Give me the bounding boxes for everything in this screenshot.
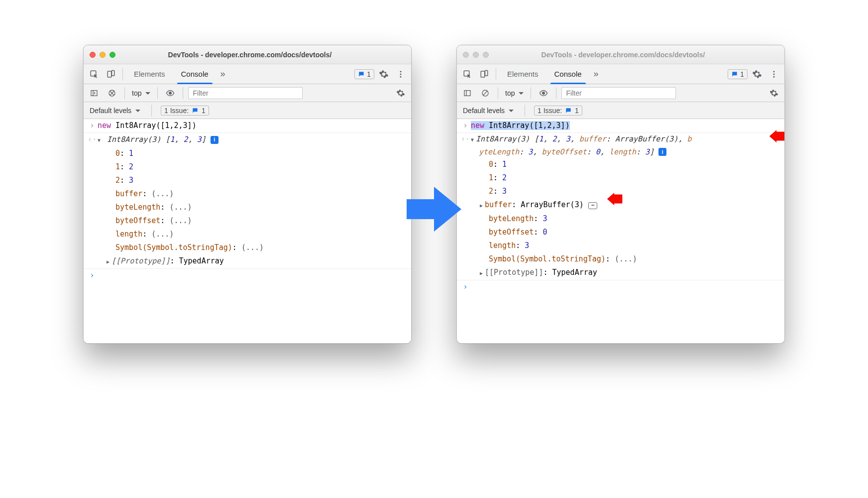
property-row[interactable]: byteLength: 3: [457, 212, 784, 226]
divider: [496, 68, 496, 80]
console-sidebar-toggle-icon[interactable]: [460, 87, 475, 100]
svg-point-12: [773, 71, 775, 72]
titlebar[interactable]: DevTools - developer.chrome.com/docs/dev…: [457, 45, 784, 64]
console-input: new Int8Array([1,2,3]): [98, 119, 408, 132]
clear-console-icon[interactable]: [105, 87, 119, 100]
expand-toggle-icon[interactable]: [98, 135, 101, 144]
execution-context-selector[interactable]: top: [130, 88, 152, 98]
console-output[interactable]: › new Int8Array([1,2,3]) ‹· Int8Array(3)…: [84, 119, 411, 343]
input-marker-icon: ›: [460, 119, 471, 132]
settings-icon[interactable]: [750, 68, 764, 81]
property-row[interactable]: 0: 1: [84, 147, 411, 160]
console-settings-icon[interactable]: [766, 87, 781, 100]
console-output[interactable]: › new Int8Array([1,2,3]) ‹· Int8Array(3)…: [457, 119, 784, 343]
expand-toggle-icon[interactable]: [107, 256, 109, 265]
tab-console[interactable]: Console: [174, 64, 216, 84]
zoom-window-button[interactable]: [483, 52, 489, 58]
property-row[interactable]: byteOffset: (...): [84, 214, 411, 228]
property-row[interactable]: 1: 2: [84, 160, 411, 174]
svg-rect-11: [485, 70, 488, 76]
zoom-window-button[interactable]: [109, 52, 115, 58]
output-marker-icon: ‹·: [460, 133, 471, 158]
tab-elements[interactable]: Elements: [500, 64, 545, 84]
property-row[interactable]: length: (...): [84, 228, 411, 241]
expand-toggle-icon[interactable]: [480, 200, 483, 209]
prototype-row[interactable]: [[Prototype]]: TypedArray: [84, 254, 411, 268]
issues-label: 1 Issue:: [164, 107, 189, 115]
log-levels-selector[interactable]: Default levels: [461, 106, 516, 116]
devtools-window-before: DevTools - developer.chrome.com/docs/dev…: [83, 45, 412, 344]
inspect-element-icon[interactable]: [87, 68, 102, 81]
info-badge-icon[interactable]: i: [658, 148, 666, 156]
issues-count: 1: [202, 107, 206, 115]
live-expression-icon[interactable]: [536, 87, 551, 100]
divider: [124, 87, 125, 99]
divider: [183, 87, 183, 99]
settings-icon[interactable]: [376, 68, 391, 81]
expand-toggle-icon[interactable]: [480, 268, 483, 277]
prompt-marker-icon: ›: [87, 269, 98, 282]
transition-arrow-icon: [407, 184, 461, 234]
property-row[interactable]: 2: 3: [84, 174, 411, 187]
device-toolbar-icon[interactable]: [477, 68, 492, 81]
output-marker-icon: ‹·: [87, 133, 98, 147]
execution-context-selector[interactable]: top: [503, 88, 526, 98]
traffic-lights[interactable]: [463, 52, 489, 58]
console-result-header[interactable]: ‹· Int8Array(3) [1, 2, 3] i: [84, 133, 411, 147]
kebab-menu-icon[interactable]: [766, 68, 781, 81]
filter-input[interactable]: [561, 87, 676, 99]
minimize-window-button[interactable]: [100, 52, 106, 58]
close-window-button[interactable]: [463, 52, 469, 58]
property-row[interactable]: byteOffset: 0: [457, 226, 784, 239]
messages-badge[interactable]: 1: [354, 69, 374, 79]
filter-input[interactable]: [188, 87, 303, 99]
console-sidebar-toggle-icon[interactable]: [87, 87, 102, 100]
minimize-window-button[interactable]: [473, 52, 479, 58]
traffic-lights[interactable]: [90, 52, 115, 58]
console-result-header[interactable]: ‹· Int8Array(3) [1, 2, 3, buffer: ArrayB…: [457, 133, 784, 158]
memory-inspector-icon[interactable]: [588, 202, 597, 209]
svg-point-8: [169, 92, 172, 95]
svg-rect-15: [464, 90, 470, 96]
prototype-row[interactable]: [[Prototype]]: TypedArray: [457, 266, 784, 280]
tab-console[interactable]: Console: [547, 64, 589, 84]
annotation-arrow-icon: [606, 193, 623, 207]
messages-badge[interactable]: 1: [728, 69, 748, 79]
live-expression-icon[interactable]: [163, 87, 178, 100]
property-row[interactable]: 1: 2: [457, 171, 784, 185]
expand-toggle-icon[interactable]: [471, 134, 474, 143]
property-row[interactable]: Symbol(Symbol.toStringTag): (...): [84, 241, 411, 254]
info-badge-icon[interactable]: i: [211, 136, 218, 144]
property-row[interactable]: length: 3: [457, 239, 784, 252]
titlebar[interactable]: DevTools - developer.chrome.com/docs/dev…: [84, 45, 411, 64]
more-tabs-icon[interactable]: »: [217, 69, 228, 79]
kebab-menu-icon[interactable]: [393, 68, 408, 81]
property-row[interactable]: Symbol(Symbol.toStringTag): (...): [457, 252, 784, 266]
inspect-element-icon[interactable]: [460, 68, 475, 81]
tab-elements[interactable]: Elements: [127, 64, 172, 84]
console-settings-icon[interactable]: [393, 87, 408, 100]
window-title: DevTools - developer.chrome.com/docs/dev…: [493, 51, 754, 59]
console-subbar: Default levels 1 Issue: 1: [84, 102, 411, 119]
log-levels-selector[interactable]: Default levels: [88, 106, 142, 116]
device-toolbar-icon[interactable]: [104, 68, 118, 81]
divider: [151, 105, 152, 117]
console-prompt[interactable]: ›: [84, 269, 411, 282]
property-row[interactable]: 0: 1: [457, 158, 784, 171]
close-window-button[interactable]: [90, 52, 96, 58]
console-input-row: › new Int8Array([1,2,3]): [84, 119, 411, 133]
svg-point-4: [400, 73, 402, 75]
svg-rect-1: [108, 71, 111, 77]
issues-badge[interactable]: 1 Issue: 1: [534, 106, 582, 116]
input-marker-icon: ›: [87, 119, 98, 132]
console-prompt[interactable]: ›: [457, 280, 784, 294]
devtools-window-after: DevTools - developer.chrome.com/docs/dev…: [456, 45, 785, 344]
property-row[interactable]: byteLength: (...): [84, 201, 411, 214]
result-summary: Int8Array(3) [1, 2, 3] i: [98, 133, 408, 147]
issues-badge[interactable]: 1 Issue: 1: [161, 106, 209, 116]
more-tabs-icon[interactable]: »: [591, 69, 602, 79]
property-row[interactable]: buffer: (...): [84, 187, 411, 201]
divider: [122, 68, 123, 80]
prompt-marker-icon: ›: [460, 280, 471, 294]
clear-console-icon[interactable]: [478, 87, 493, 100]
